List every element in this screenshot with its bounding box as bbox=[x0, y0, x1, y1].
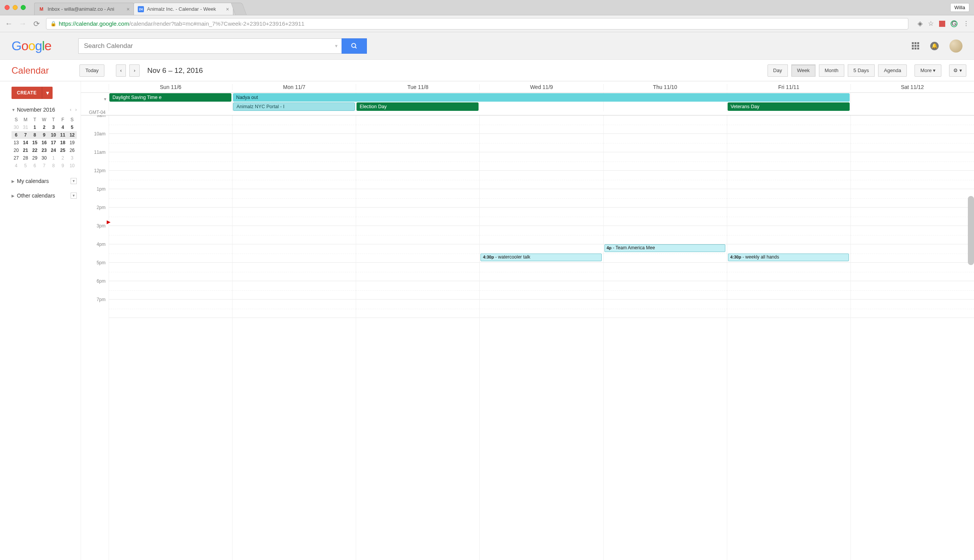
mini-day[interactable]: 9 bbox=[58, 162, 67, 170]
mini-day[interactable]: 17 bbox=[49, 139, 58, 147]
day-column[interactable] bbox=[356, 115, 479, 560]
mini-day[interactable]: 13 bbox=[12, 139, 21, 147]
time-slot[interactable] bbox=[480, 171, 603, 189]
create-button[interactable]: CREATE ▼ bbox=[12, 87, 77, 99]
mini-day[interactable]: 10 bbox=[68, 162, 77, 170]
day-header[interactable]: Sun 11/6 bbox=[109, 84, 232, 90]
allday-event[interactable]: Veterans Day bbox=[728, 102, 850, 111]
time-slot[interactable] bbox=[851, 263, 974, 281]
time-slot[interactable] bbox=[604, 189, 727, 208]
allday-cell[interactable] bbox=[109, 102, 232, 111]
time-slot[interactable] bbox=[232, 115, 356, 134]
time-slot[interactable] bbox=[109, 189, 232, 208]
mini-day[interactable]: 23 bbox=[40, 147, 49, 154]
time-slot[interactable] bbox=[727, 226, 850, 244]
more-button[interactable]: More ▾ bbox=[914, 65, 941, 77]
time-slot[interactable] bbox=[232, 152, 356, 171]
diamond-icon[interactable]: ◈ bbox=[917, 20, 922, 28]
mini-day[interactable]: 25 bbox=[58, 147, 67, 154]
mini-day[interactable]: 26 bbox=[68, 147, 77, 154]
minimize-window-icon[interactable] bbox=[13, 5, 18, 10]
mini-day[interactable]: 6 bbox=[12, 131, 21, 139]
mini-day[interactable]: 3 bbox=[68, 154, 77, 162]
mini-day[interactable]: 11 bbox=[58, 131, 67, 139]
mini-day[interactable]: 30 bbox=[12, 123, 21, 131]
mini-day[interactable]: 31 bbox=[21, 123, 30, 131]
day-column[interactable] bbox=[232, 115, 356, 560]
time-slot[interactable] bbox=[604, 281, 727, 300]
timed-event[interactable]: 4p - Team America Mee bbox=[605, 244, 725, 252]
star-icon[interactable]: ☆ bbox=[928, 20, 934, 28]
time-slot[interactable] bbox=[109, 115, 232, 134]
mini-day[interactable]: 4 bbox=[12, 162, 21, 170]
time-slot[interactable] bbox=[727, 134, 850, 152]
mini-prev-icon[interactable]: ‹ bbox=[70, 107, 71, 112]
dropdown-icon[interactable]: ▼ bbox=[70, 178, 77, 184]
address-bar[interactable]: 🔒 https://calendar.google.com/calendar/r… bbox=[46, 18, 908, 30]
mini-day[interactable]: 14 bbox=[21, 139, 30, 147]
time-slot[interactable] bbox=[232, 171, 356, 189]
mini-day[interactable]: 10 bbox=[49, 131, 58, 139]
time-slot[interactable] bbox=[356, 115, 479, 134]
notifications-icon[interactable]: 🔔 bbox=[930, 42, 939, 50]
time-slot[interactable] bbox=[232, 208, 356, 226]
time-slot[interactable] bbox=[356, 134, 479, 152]
mini-day[interactable]: 15 bbox=[30, 139, 40, 147]
mini-day[interactable]: 19 bbox=[68, 139, 77, 147]
mini-day[interactable]: 18 bbox=[58, 139, 67, 147]
view-agenda[interactable]: Agenda bbox=[878, 65, 907, 77]
time-slot[interactable] bbox=[727, 208, 850, 226]
reload-icon[interactable]: ⟳ bbox=[32, 19, 41, 28]
time-slot[interactable] bbox=[851, 300, 974, 318]
browser-tab-calendar[interactable]: 24 Animalz Inc. - Calendar - Week × bbox=[134, 3, 233, 15]
time-slot[interactable] bbox=[851, 152, 974, 171]
time-slot[interactable] bbox=[356, 208, 479, 226]
allday-event[interactable]: Election Day bbox=[356, 102, 479, 111]
mini-day[interactable]: 2 bbox=[40, 123, 49, 131]
allday-cell[interactable] bbox=[850, 93, 974, 102]
tab-close-icon[interactable]: × bbox=[226, 6, 229, 12]
time-slot[interactable] bbox=[232, 226, 356, 244]
time-slot[interactable] bbox=[109, 134, 232, 152]
mini-day[interactable]: 12 bbox=[68, 131, 77, 139]
chevron-down-icon[interactable]: ▼ bbox=[12, 108, 15, 112]
time-slot[interactable] bbox=[604, 115, 727, 134]
mini-day[interactable]: 5 bbox=[68, 123, 77, 131]
browser-tab-inbox[interactable]: M Inbox - willa@animalz.co - Ani × bbox=[34, 3, 134, 15]
allday-grid[interactable]: Daylight Saving Time eNadya outAnimalz N… bbox=[109, 93, 974, 115]
time-slot[interactable] bbox=[727, 171, 850, 189]
time-slot[interactable] bbox=[109, 226, 232, 244]
time-slot[interactable] bbox=[109, 208, 232, 226]
time-slot[interactable] bbox=[851, 171, 974, 189]
mini-day[interactable]: 21 bbox=[21, 147, 30, 154]
timed-event[interactable]: 4:30p - weekly all hands bbox=[728, 253, 849, 261]
day-column[interactable] bbox=[109, 115, 232, 560]
time-slot[interactable] bbox=[356, 281, 479, 300]
mini-day[interactable]: 8 bbox=[30, 131, 40, 139]
mini-day[interactable]: 2 bbox=[58, 154, 67, 162]
time-slot[interactable] bbox=[109, 263, 232, 281]
scrollbar[interactable] bbox=[968, 196, 974, 265]
time-slot[interactable] bbox=[727, 189, 850, 208]
extension-red-icon[interactable] bbox=[939, 21, 945, 27]
time-slot[interactable] bbox=[851, 189, 974, 208]
browser-profile[interactable]: Willa bbox=[950, 3, 969, 12]
time-slot[interactable] bbox=[727, 115, 850, 134]
time-slot[interactable] bbox=[851, 244, 974, 263]
mini-day[interactable]: 9 bbox=[40, 131, 49, 139]
time-slot[interactable] bbox=[851, 281, 974, 300]
time-slot[interactable] bbox=[851, 208, 974, 226]
time-slot[interactable] bbox=[109, 281, 232, 300]
mini-calendar[interactable]: SMTWTFS303112345678910111213141516171819… bbox=[12, 116, 77, 170]
search-button[interactable] bbox=[342, 38, 367, 54]
close-window-icon[interactable] bbox=[5, 5, 10, 10]
time-slot[interactable] bbox=[480, 226, 603, 244]
time-slot[interactable] bbox=[727, 281, 850, 300]
time-slot[interactable] bbox=[109, 244, 232, 263]
day-column[interactable]: 4:30p - weekly all hands bbox=[727, 115, 850, 560]
mini-day[interactable]: 29 bbox=[30, 154, 40, 162]
mini-day[interactable]: 28 bbox=[21, 154, 30, 162]
mini-next-icon[interactable]: › bbox=[75, 107, 77, 112]
create-dropdown-icon[interactable]: ▼ bbox=[42, 87, 53, 99]
time-slot[interactable] bbox=[604, 171, 727, 189]
